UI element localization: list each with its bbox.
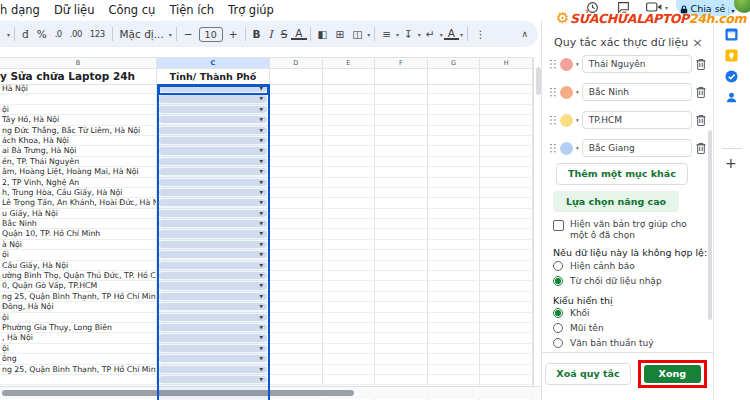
chevron-down-icon[interactable]: ▼ <box>260 262 263 269</box>
increase-decimal-button[interactable]: .00 <box>66 29 86 39</box>
color-swatch[interactable] <box>560 114 573 127</box>
chevron-down-icon[interactable]: ▼ <box>260 85 263 92</box>
province-dropdown-cell[interactable]: ▼ <box>157 323 270 332</box>
chevron-down-icon[interactable]: ▼ <box>260 220 263 227</box>
font-family-arrow-icon[interactable]: ▾ <box>168 31 173 38</box>
address-cell[interactable]: âm, Hoàng Liệt, Hoàng Mai, Hà Nội <box>0 167 157 176</box>
address-cell[interactable]: ách Khoa, Hà Nội <box>0 136 157 145</box>
address-cell[interactable]: ội <box>0 313 157 322</box>
dropdown-chip[interactable]: ▼ <box>159 241 267 248</box>
chevron-down-icon[interactable]: ▼ <box>260 189 263 196</box>
chevron-down-icon[interactable]: ▼ <box>260 168 263 175</box>
chevron-down-icon[interactable]: ▼ <box>260 147 263 154</box>
color-swatch[interactable] <box>560 142 573 155</box>
address-cell[interactable] <box>0 94 157 103</box>
merge-cells-button[interactable]: ◫ <box>348 28 366 40</box>
chevron-down-icon[interactable]: ▼ <box>260 210 263 217</box>
menu-item-extensions[interactable]: Tiện ích <box>162 3 221 17</box>
chevron-down-icon[interactable]: ▼ <box>260 106 263 113</box>
address-cell[interactable]: u Giấy, Hà Nội <box>0 209 157 218</box>
dropdown-chip[interactable]: ▼ <box>159 282 267 289</box>
trash-icon[interactable] <box>695 86 707 99</box>
address-cell[interactable] <box>0 375 157 384</box>
address-cell[interactable]: Tây Hồ, Hà Nội <box>0 115 157 124</box>
province-dropdown-cell[interactable]: ▼ <box>157 188 270 197</box>
dropdown-chip[interactable]: ▼ <box>159 85 267 92</box>
radio-selected-icon[interactable] <box>553 308 563 318</box>
radio-reject-input[interactable]: Từ chối dữ liệu nhập <box>553 276 662 286</box>
radio-icon[interactable] <box>553 323 563 333</box>
dropdown-chip[interactable]: ▼ <box>159 137 267 144</box>
address-cell[interactable]: ội <box>0 344 157 353</box>
dropdown-chip[interactable]: ▼ <box>159 314 267 321</box>
province-dropdown-cell[interactable]: ▼ <box>157 292 270 301</box>
number-format-button[interactable]: 123 <box>86 29 109 39</box>
address-cell[interactable]: 0, Quận Gò Vấp, TP.HCM <box>0 281 157 290</box>
dropdown-chip[interactable]: ▼ <box>159 158 267 165</box>
horizontal-scrollbar[interactable] <box>0 386 541 399</box>
province-dropdown-cell[interactable]: ▼ <box>157 115 270 124</box>
color-swatch[interactable] <box>560 58 573 71</box>
province-dropdown-cell[interactable]: ▼ <box>157 94 270 103</box>
chevron-down-icon[interactable]: ▼ <box>260 282 263 289</box>
address-cell[interactable]: ền, TP. Thái Nguyên <box>0 157 157 166</box>
drag-handle-icon[interactable] <box>549 143 557 154</box>
chevron-down-icon[interactable]: ▼ <box>260 230 263 237</box>
chevron-down-icon[interactable]: ▼ <box>260 376 263 383</box>
chevron-down-icon[interactable]: ▼ <box>260 241 263 248</box>
dropdown-chip[interactable]: ▼ <box>159 127 267 134</box>
province-dropdown-cell[interactable]: ▼ <box>157 157 270 166</box>
font-family-select[interactable]: Mặc đị... <box>116 28 168 40</box>
address-cell[interactable]: , Hà Nội <box>0 333 157 342</box>
done-button[interactable]: Xong <box>644 365 701 383</box>
drag-handle-icon[interactable] <box>549 115 557 126</box>
dropdown-chip[interactable]: ▼ <box>159 293 267 300</box>
dropdown-chip[interactable]: ▼ <box>159 334 267 341</box>
more-options-icon[interactable]: ⋮ <box>471 28 490 40</box>
column-header-c-selected[interactable]: C <box>157 58 270 68</box>
decrease-decimal-button[interactable]: .0 <box>51 29 66 39</box>
chevron-down-icon[interactable]: ▼ <box>260 324 263 331</box>
tasks-icon[interactable] <box>725 70 738 83</box>
province-dropdown-cell[interactable]: ▼ <box>157 354 270 363</box>
chevron-down-icon[interactable]: ▼ <box>260 314 263 321</box>
maps-icon[interactable] <box>725 112 738 125</box>
address-cell[interactable]: Phường Gia Thụy, Long Biên <box>0 323 157 332</box>
address-cell[interactable]: ng Đức Thắng, Bắc Từ Liêm, Hà Nội <box>0 126 157 135</box>
dropdown-chip[interactable]: ▼ <box>159 210 267 217</box>
trash-icon[interactable] <box>695 114 707 127</box>
address-cell[interactable]: ường Bình Thọ, Quận Thủ Đức, TP. Hồ Chí … <box>0 271 157 280</box>
province-dropdown-cell[interactable]: ▼ <box>157 178 270 187</box>
contacts-icon[interactable] <box>725 91 738 104</box>
dropdown-chip[interactable]: ▼ <box>159 376 267 383</box>
dropdown-chip[interactable]: ▼ <box>159 251 267 258</box>
dropdown-chip[interactable]: ▼ <box>159 199 267 206</box>
address-cell[interactable]: ng 25, Quận Bình Thạnh, TP Hồ Chí Minh <box>0 365 157 374</box>
radio-chip[interactable]: Khối <box>553 308 590 318</box>
chevron-down-icon[interactable]: ▼ <box>260 199 263 206</box>
province-dropdown-cell[interactable]: ▼ <box>157 136 270 145</box>
bold-button[interactable]: B <box>249 28 265 40</box>
option-value-input[interactable]: TP.HCM <box>582 111 692 129</box>
chevron-down-icon[interactable]: ▼ <box>260 355 263 362</box>
dropdown-chip[interactable]: ▼ <box>159 220 267 227</box>
strikethrough-button[interactable]: S <box>277 28 292 40</box>
remove-rule-button[interactable]: Xoá quy tắc <box>545 363 630 385</box>
close-icon[interactable]: × <box>692 37 703 49</box>
chevron-down-icon[interactable]: ▼ <box>260 272 263 279</box>
address-cell[interactable]: Cầu Giấy, Hà Nội <box>0 261 157 270</box>
dropdown-chip[interactable]: ▼ <box>159 106 267 113</box>
dropdown-chip[interactable]: ▼ <box>159 272 267 279</box>
dropdown-chip[interactable]: ▼ <box>159 179 267 186</box>
trash-icon[interactable] <box>695 142 707 155</box>
borders-button[interactable]: ⊞ <box>331 28 348 40</box>
keep-icon[interactable] <box>725 49 738 62</box>
chevron-down-icon[interactable]: ▼ <box>260 95 263 102</box>
column-header-f[interactable]: F <box>375 58 428 68</box>
checkbox[interactable] <box>553 220 564 231</box>
drag-handle-icon[interactable] <box>549 59 557 70</box>
text-rotation-arrow-icon[interactable]: ▾ <box>459 31 464 38</box>
panel-scrollbar-thumb[interactable] <box>708 130 712 320</box>
province-dropdown-cell[interactable]: ▼ <box>157 313 270 322</box>
chevron-down-icon[interactable]: ▼ <box>260 137 263 144</box>
